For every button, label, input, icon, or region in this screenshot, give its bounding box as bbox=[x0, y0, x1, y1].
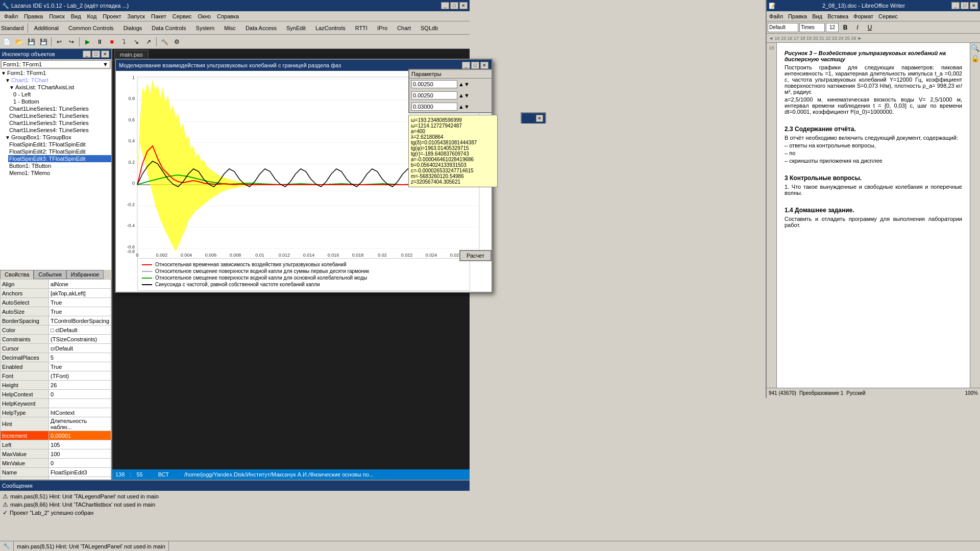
compile-icon[interactable]: ⚙ bbox=[171, 36, 182, 47]
lo-icon-1[interactable]: 🔍 bbox=[970, 43, 980, 53]
lo-min[interactable]: _ bbox=[951, 2, 960, 9]
tab-events[interactable]: События bbox=[34, 270, 66, 279]
undo-icon[interactable]: ↩ bbox=[54, 36, 65, 47]
prop-row-14[interactable]: HelpTypehtContext bbox=[1, 408, 111, 417]
menu-edit[interactable]: Правка bbox=[21, 11, 46, 21]
prop-value-13[interactable] bbox=[49, 399, 111, 408]
prop-value-8[interactable]: 5 bbox=[49, 353, 111, 362]
prop-row-7[interactable]: CursorcrDefault bbox=[1, 344, 111, 353]
menu-run[interactable]: Запуск bbox=[125, 11, 148, 21]
prop-row-16[interactable]: Increment0,00001 bbox=[1, 431, 111, 440]
prop-value-10[interactable]: (TFont) bbox=[49, 371, 111, 381]
stop-icon[interactable]: ■ bbox=[106, 36, 117, 47]
chart-min[interactable]: _ bbox=[462, 62, 470, 69]
prop-row-3[interactable]: AutoSizeTrue bbox=[1, 307, 111, 316]
prop-row-9[interactable]: EnabledTrue bbox=[1, 362, 111, 371]
prop-value-17[interactable]: 105 bbox=[49, 440, 111, 449]
lo-menu-tools[interactable]: Сервис bbox=[876, 12, 900, 20]
prop-row-15[interactable]: HintДлительность наблю... bbox=[1, 417, 111, 431]
oi-restore[interactable]: □ bbox=[92, 51, 100, 58]
lo-restore[interactable]: □ bbox=[961, 2, 969, 9]
tab-chart[interactable]: Chart bbox=[393, 23, 415, 33]
prop-row-5[interactable]: Color□ clDefault bbox=[1, 325, 111, 335]
tree-floatspin2[interactable]: FloatSpinEdit2: TFloatSpinEdit bbox=[8, 148, 111, 155]
prop-value-1[interactable]: [akTop,akLeft] bbox=[49, 289, 111, 298]
step-over-icon[interactable]: ⤵ bbox=[118, 36, 130, 47]
tree-series3[interactable]: Chart1LineSeries3: TLineSeries bbox=[8, 119, 111, 127]
tab-common-controls[interactable]: Common Controls bbox=[64, 23, 118, 33]
oi-close[interactable]: ✕ bbox=[101, 51, 109, 58]
prop-value-20[interactable]: FloatSpinEdit3 bbox=[49, 468, 111, 477]
lo-close[interactable]: ✕ bbox=[970, 2, 978, 9]
tree-memo1[interactable]: Memo1: TMemo bbox=[8, 169, 111, 177]
tree-form1[interactable]: ▼ Form1: TForm1 bbox=[0, 69, 111, 77]
prop-value-2[interactable]: True bbox=[49, 298, 111, 307]
tree-series4[interactable]: Chart1LineSeries4: TLineSeries bbox=[8, 127, 111, 134]
param-input-2[interactable] bbox=[411, 103, 457, 111]
lo-font-dropdown[interactable]: Times bbox=[799, 23, 825, 32]
param-input-0[interactable] bbox=[411, 80, 457, 88]
calculate-button[interactable]: Расчет bbox=[459, 250, 492, 261]
open-file-icon[interactable]: 📂 bbox=[13, 36, 24, 47]
tree-button1[interactable]: Button1: TButton bbox=[8, 162, 111, 169]
menu-search[interactable]: Поиск bbox=[46, 11, 67, 21]
prop-value-5[interactable]: □ clDefault bbox=[49, 325, 111, 335]
save-all-icon[interactable]: 💾 bbox=[38, 36, 49, 47]
lo-style-dropdown[interactable]: Default bbox=[768, 23, 798, 32]
tab-rtti[interactable]: RTTI bbox=[351, 23, 372, 33]
tree-chart1[interactable]: ▼ Chart1: TChart bbox=[4, 77, 111, 84]
lo-menu-insert[interactable]: Вставка bbox=[825, 12, 851, 20]
tab-dialogs[interactable]: Dialogs bbox=[119, 23, 147, 33]
tree-axis1[interactable]: 1 - Bottom bbox=[12, 98, 111, 105]
tree-series2[interactable]: Chart1LineSeries2: TLineSeries bbox=[8, 112, 111, 119]
tree-axis0[interactable]: 0 - Left bbox=[12, 91, 111, 98]
tab-lazcontrols[interactable]: LazControls bbox=[311, 23, 350, 33]
prop-value-12[interactable]: 0 bbox=[49, 390, 111, 399]
prop-row-2[interactable]: AutoSelectTrue bbox=[1, 298, 111, 307]
menu-code[interactable]: Код bbox=[84, 11, 100, 21]
tab-ipro[interactable]: IPro bbox=[373, 23, 392, 33]
lo-menu-view[interactable]: Вид bbox=[810, 12, 825, 20]
prop-row-19[interactable]: MinValue0 bbox=[1, 459, 111, 468]
prop-value-14[interactable]: htContext bbox=[49, 408, 111, 417]
param-spin-2[interactable]: ▲▼ bbox=[458, 104, 470, 110]
new-file-icon[interactable]: 📄 bbox=[1, 36, 12, 47]
close-button[interactable]: ✕ bbox=[459, 2, 468, 9]
build-icon[interactable]: 🔨 bbox=[159, 36, 170, 47]
prop-row-18[interactable]: MaxValue100 bbox=[1, 449, 111, 459]
prop-row-8[interactable]: DecimalPlaces5 bbox=[1, 353, 111, 362]
prop-row-1[interactable]: Anchors[akTop,akLeft] bbox=[1, 289, 111, 298]
param-spin-1[interactable]: ▲▼ bbox=[458, 92, 470, 98]
tab-data-controls[interactable]: Data Controls bbox=[147, 23, 190, 33]
prop-value-11[interactable]: 26 bbox=[49, 381, 111, 390]
prop-row-0[interactable]: AlignalNone bbox=[1, 280, 111, 289]
mini-close[interactable]: ✕ bbox=[536, 115, 543, 122]
prop-value-9[interactable]: True bbox=[49, 362, 111, 371]
tab-synedit[interactable]: SynEdit bbox=[282, 23, 310, 33]
prop-value-6[interactable]: (TSizeConstraints) bbox=[49, 335, 111, 344]
tab-favorites[interactable]: Избранное bbox=[66, 270, 104, 279]
prop-value-4[interactable]: TControlBorderSpacing bbox=[49, 316, 111, 325]
chart-restore[interactable]: □ bbox=[471, 62, 479, 69]
prop-value-15[interactable]: Длительность наблю... bbox=[49, 417, 111, 431]
prop-value-18[interactable]: 100 bbox=[49, 449, 111, 459]
lo-menu-format[interactable]: Формат bbox=[851, 12, 876, 20]
prop-row-13[interactable]: HelpKeyword bbox=[1, 399, 111, 408]
prop-value-19[interactable]: 0 bbox=[49, 459, 111, 468]
menu-package[interactable]: Пакет bbox=[148, 11, 169, 21]
tab-sqldb[interactable]: SQLdb bbox=[416, 23, 443, 33]
menu-project[interactable]: Проект bbox=[100, 11, 124, 21]
tree-floatspin1[interactable]: FloatSpinEdit1: TFloatSpinEdit bbox=[8, 141, 111, 148]
prop-value-3[interactable]: True bbox=[49, 307, 111, 316]
prop-value-0[interactable]: alNone bbox=[49, 280, 111, 289]
prop-row-20[interactable]: NameFloatSpinEdit3 bbox=[1, 468, 111, 477]
step-out-icon[interactable]: ↗ bbox=[143, 36, 154, 47]
tab-additional[interactable]: Additional bbox=[30, 23, 63, 33]
tree-floatspin3[interactable]: FloatSpinEdit3: TFloatSpinEdit bbox=[8, 155, 111, 162]
tab-misc[interactable]: Misc bbox=[219, 23, 240, 33]
lo-bold-icon[interactable]: B bbox=[840, 22, 851, 33]
prop-row-10[interactable]: Font(TFont) bbox=[1, 371, 111, 381]
lo-menu-edit[interactable]: Правка bbox=[786, 12, 810, 20]
lo-underline-icon[interactable]: U bbox=[864, 22, 875, 33]
menu-view[interactable]: Вид bbox=[68, 11, 84, 21]
